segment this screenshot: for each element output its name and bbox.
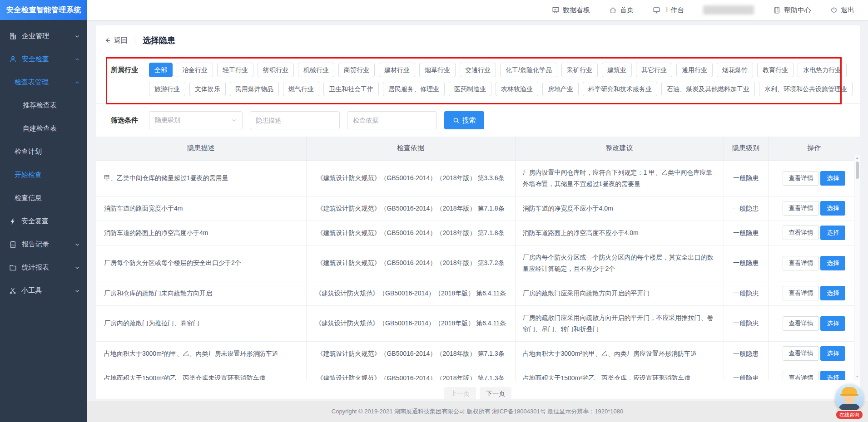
column-header: 检查依据: [306, 137, 515, 160]
industry-tag[interactable]: 轻工行业: [217, 63, 253, 77]
hazard-description-input[interactable]: [250, 111, 340, 129]
select-button[interactable]: 选择: [820, 256, 845, 270]
sidebar-item-inspection-info[interactable]: 检查信息: [0, 186, 87, 210]
consultant-avatar-icon: [835, 384, 863, 412]
industry-tag[interactable]: 医药制造业: [449, 82, 491, 96]
cell-sugg: 厂房的疏散门应采用向疏散方向开启的平开门: [515, 281, 724, 305]
sidebar-item-safety-review[interactable]: 安全复查: [0, 210, 87, 233]
sidebar-item-inspection-plan[interactable]: 检查计划: [0, 140, 87, 163]
industry-tag[interactable]: 烟草行业: [419, 63, 456, 77]
industry-tag[interactable]: 科学研究和技术服务业: [583, 82, 657, 96]
search-button[interactable]: 搜索: [444, 111, 484, 129]
industry-tag[interactable]: 交通行业: [460, 63, 496, 77]
select-button[interactable]: 选择: [820, 371, 845, 380]
table-scrollbar[interactable]: ▲ ▼: [854, 155, 860, 380]
scrollbar-thumb[interactable]: [856, 162, 859, 179]
industry-tag[interactable]: 化工/危险化学品: [500, 63, 557, 77]
next-page-button[interactable]: 下一页: [480, 387, 511, 399]
hazard-level-select[interactable]: 隐患级别: [149, 111, 243, 129]
sidebar-item-checklist-management[interactable]: 检查表管理: [0, 71, 87, 94]
view-detail-button[interactable]: 查看详情: [783, 316, 819, 331]
folder-icon: [9, 264, 17, 271]
app-title: 安全检查智能管理系统: [0, 0, 87, 20]
scroll-up-icon[interactable]: ▲: [854, 155, 860, 161]
view-detail-button[interactable]: 查看详情: [783, 171, 819, 186]
table-row: 厂房内的疏散门为推拉门、卷帘门《建筑设计防火规范》（GB50016-2014）（…: [96, 305, 860, 341]
view-detail-button[interactable]: 查看详情: [783, 201, 819, 216]
sidebar-item-tools[interactable]: 小工具: [0, 279, 87, 302]
online-consult-badge[interactable]: 在线咨询: [836, 410, 863, 419]
sidebar-item-start-inspection[interactable]: 开始检查: [0, 163, 87, 186]
sidebar-item-safety-inspection[interactable]: 安全检查: [0, 48, 87, 71]
select-button[interactable]: 选择: [820, 316, 845, 331]
select-button[interactable]: 选择: [820, 286, 845, 300]
chevron-up-icon: [74, 57, 80, 62]
inspection-basis-input[interactable]: [347, 111, 437, 129]
cell-actions: 查看详情选择: [768, 196, 860, 221]
industry-tag[interactable]: 全部: [149, 63, 173, 77]
industry-tag[interactable]: 冶金行业: [177, 63, 213, 77]
cell-actions: 查看详情选择: [768, 281, 860, 305]
cell-level: 一般隐患: [724, 221, 768, 245]
back-button[interactable]: 返回: [104, 36, 128, 45]
cell-level: 一般隐患: [724, 160, 768, 196]
sidebar-item-statistics-reports[interactable]: 统计报表: [0, 256, 87, 279]
select-button[interactable]: 选择: [820, 226, 845, 240]
industry-tag[interactable]: 水电热力行业: [798, 63, 847, 77]
industry-tag[interactable]: 旅游行业: [149, 82, 185, 96]
industry-tag[interactable]: 农林牧渔业: [496, 82, 538, 96]
topbar-item-workbench[interactable]: 工作台: [653, 6, 684, 15]
view-detail-button[interactable]: 查看详情: [783, 256, 819, 270]
online-consult-widget[interactable]: 在线咨询: [834, 384, 864, 419]
topbar-item-home[interactable]: 首页: [609, 6, 634, 15]
industry-tag[interactable]: 烟花爆竹: [717, 63, 753, 77]
chevron-down-icon: [74, 242, 80, 247]
hazard-table: 隐患描述检查依据整改建议隐患级别操作 甲、乙类中间仓库的储量超过1昼夜的需用量《…: [96, 137, 860, 380]
cell-desc: 占地面积大于3000m²的甲、乙、丙类厂房未设置环形消防车道: [96, 341, 306, 366]
industry-tag[interactable]: 建筑业: [602, 63, 632, 77]
view-detail-button[interactable]: 查看详情: [783, 346, 819, 361]
filter-label: 筛选条件: [111, 116, 142, 125]
industry-tag[interactable]: 教育行业: [757, 63, 794, 77]
view-detail-button[interactable]: 查看详情: [783, 371, 819, 380]
industry-tags: 全部冶金行业轻工行业纺织行业机械行业商贸行业建材行业烟草行业交通行业化工/危险化…: [149, 63, 842, 101]
sidebar-item-custom-checklist[interactable]: 自建检查表: [0, 117, 87, 140]
cell-actions: 查看详情选择: [768, 341, 860, 366]
industry-tag[interactable]: 居民服务、修理业: [383, 82, 445, 96]
industry-tag[interactable]: 石油、煤炭及其他燃料加工业: [661, 82, 755, 96]
industry-tag[interactable]: 其它行业: [636, 63, 672, 77]
scroll-down-icon[interactable]: ▼: [854, 374, 860, 379]
chevron-down-icon: [74, 288, 80, 294]
industry-tag[interactable]: 燃气行业: [283, 82, 319, 96]
sidebar-item-enterprise-management[interactable]: 企业管理: [0, 25, 87, 48]
industry-tag[interactable]: 通用行业: [676, 63, 713, 77]
industry-tag[interactable]: 纺织行业: [258, 63, 294, 77]
industry-tag[interactable]: 商贸行业: [338, 63, 375, 77]
select-button[interactable]: 选择: [820, 171, 845, 186]
industry-tag[interactable]: 卫生和社会工作: [323, 82, 379, 96]
industry-tag[interactable]: 水利、环境和公共设施管理业: [759, 82, 853, 96]
topbar-item-help-center[interactable]: 帮助中心: [773, 6, 811, 15]
industry-tag[interactable]: 建材行业: [379, 63, 415, 77]
arrow-left-icon: [104, 37, 111, 44]
topbar-item-data-dashboard[interactable]: 数据看板: [552, 6, 590, 15]
select-button[interactable]: 选择: [820, 201, 845, 216]
industry-tag[interactable]: 采矿行业: [561, 63, 598, 77]
app-root: 安全检查智能管理系统 企业管理安全检查检查表管理推荐检查表自建检查表检查计划开始…: [0, 0, 868, 422]
sidebar-item-report-records[interactable]: 报告记录: [0, 233, 87, 256]
view-detail-button[interactable]: 查看详情: [783, 286, 819, 300]
industry-tag[interactable]: 文体娱乐: [189, 82, 226, 96]
cell-sugg: 占地面积大于1500m²的乙、丙类仓库，应设置环形消防车道: [515, 366, 724, 380]
select-button[interactable]: 选择: [820, 346, 845, 361]
topbar-item-logout[interactable]: 退出: [830, 6, 854, 15]
avatar-helmet: [842, 387, 857, 394]
sidebar-item-recommended-checklist[interactable]: 推荐检查表: [0, 94, 87, 117]
prev-page-button[interactable]: 上一页: [444, 387, 476, 399]
industry-tag[interactable]: 民用爆炸物品: [230, 82, 279, 96]
industry-tag[interactable]: 房地产业: [542, 82, 579, 96]
cell-basis: 《建筑设计防火规范》（GB50016-2014）（2018年版） 第7.1.3条: [306, 366, 515, 380]
view-detail-button[interactable]: 查看详情: [783, 226, 819, 240]
cell-basis: 《建筑设计防火规范》（GB50016-2014）（2018年版） 第7.1.8条: [306, 196, 515, 221]
industry-tag[interactable]: 机械行业: [298, 63, 334, 77]
copyright-text: Copyright © 2019-2021 湖南展通科技集团有限公司 版权所有 …: [332, 407, 623, 416]
